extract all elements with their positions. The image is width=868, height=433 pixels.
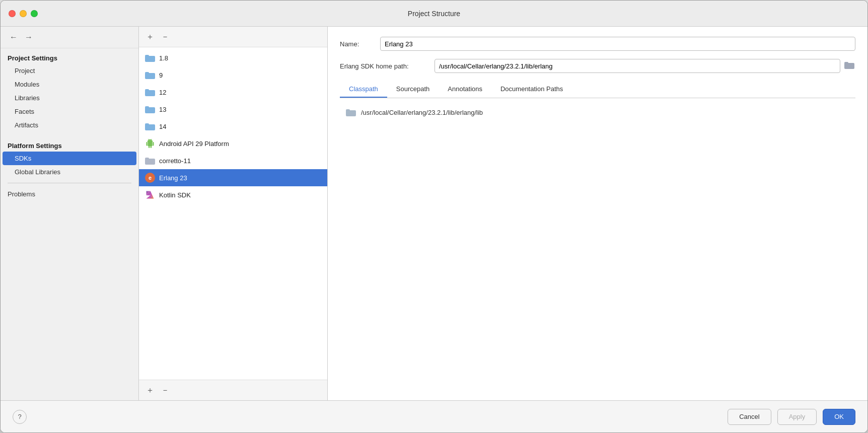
traffic-lights xyxy=(9,10,38,17)
cancel-button[interactable]: Cancel xyxy=(728,409,771,425)
middle-toolbar: ＋ － xyxy=(139,27,327,47)
folder-icon-9 xyxy=(145,70,155,80)
sdk-list: 1.8 9 xyxy=(139,47,327,380)
erlang-icon: e xyxy=(145,173,155,183)
svg-rect-1 xyxy=(145,55,149,57)
browse-button[interactable] xyxy=(843,60,855,73)
back-button[interactable]: ← xyxy=(8,32,20,43)
middle-bottom-toolbar: ＋ － xyxy=(139,380,327,400)
middle-panel: ＋ － 1.8 xyxy=(139,27,328,400)
path-row: Erlang SDK home path: xyxy=(340,59,855,73)
ok-button[interactable]: OK xyxy=(823,409,855,425)
platform-settings-header: Platform Settings xyxy=(1,136,138,152)
folder-icon-14 xyxy=(145,121,155,131)
classpath-entry: /usr/local/Cellar/erlang/23.2.1/lib/erla… xyxy=(340,104,855,120)
sdk-item-kotlin[interactable]: Kotlin SDK xyxy=(139,186,327,203)
minimize-button[interactable] xyxy=(20,10,27,17)
folder-icon-corretto xyxy=(145,156,155,166)
apply-button[interactable]: Apply xyxy=(777,409,817,425)
tab-sourcepath[interactable]: Sourcepath xyxy=(387,81,439,98)
sdk-item-12[interactable]: 12 xyxy=(139,84,327,101)
classpath-folder-icon xyxy=(346,108,356,116)
sdk-item-1-8[interactable]: 1.8 xyxy=(139,49,327,66)
svg-rect-9 xyxy=(145,123,149,125)
sidebar-item-problems[interactable]: Problems xyxy=(1,187,138,201)
bottom-bar: ? Cancel Apply OK xyxy=(1,400,867,432)
forward-button[interactable]: → xyxy=(23,32,35,43)
svg-rect-5 xyxy=(145,89,149,91)
titlebar: Project Structure xyxy=(1,1,867,27)
add-classpath-button[interactable]: ＋ xyxy=(144,384,156,396)
sidebar-item-facets[interactable]: Facets xyxy=(1,105,138,118)
name-label: Name: xyxy=(340,40,380,48)
window-title: Project Structure xyxy=(408,10,460,18)
project-structure-window: Project Structure ← → Project Settings P… xyxy=(0,0,868,433)
path-label: Erlang SDK home path: xyxy=(340,62,430,70)
sdk-item-9[interactable]: 9 xyxy=(139,66,327,84)
maximize-button[interactable] xyxy=(31,10,38,17)
sidebar-item-artifacts[interactable]: Artifacts xyxy=(1,118,138,132)
name-row: Name: xyxy=(340,37,855,51)
sidebar-item-modules[interactable]: Modules xyxy=(1,78,138,91)
folder-icon-12 xyxy=(145,87,155,97)
sidebar-item-project[interactable]: Project xyxy=(1,64,138,78)
help-button[interactable]: ? xyxy=(13,410,27,424)
nav-arrows: ← → xyxy=(1,27,138,48)
svg-rect-11 xyxy=(145,158,149,160)
close-button[interactable] xyxy=(9,10,16,17)
tab-content-classpath: /usr/local/Cellar/erlang/23.2.1/lib/erla… xyxy=(340,98,855,400)
kotlin-icon xyxy=(145,190,155,200)
right-panel: Name: Erlang SDK home path: xyxy=(328,27,867,400)
sidebar-divider xyxy=(8,183,131,183)
folder-icon-1-8 xyxy=(145,53,155,63)
sdk-item-corretto[interactable]: corretto-11 xyxy=(139,152,327,169)
path-input[interactable] xyxy=(435,59,840,73)
main-content: ← → Project Settings Project Modules Lib… xyxy=(1,27,867,400)
folder-icon-13 xyxy=(145,104,155,114)
android-icon xyxy=(145,138,155,149)
tabs-bar: Classpath Sourcepath Annotations Documen… xyxy=(340,81,855,98)
sidebar-item-sdks[interactable]: SDKs xyxy=(3,152,136,165)
remove-classpath-button[interactable]: － xyxy=(159,384,171,396)
right-content: Name: Erlang SDK home path: xyxy=(328,27,867,400)
project-settings-header: Project Settings xyxy=(1,48,138,64)
sidebar-item-global-libraries[interactable]: Global Libraries xyxy=(1,165,138,179)
svg-rect-3 xyxy=(145,72,149,74)
svg-rect-18 xyxy=(346,109,350,111)
svg-rect-7 xyxy=(145,106,149,108)
tab-classpath[interactable]: Classpath xyxy=(340,81,387,98)
svg-rect-16 xyxy=(844,62,848,64)
sidebar: ← → Project Settings Project Modules Lib… xyxy=(1,27,139,400)
sdk-item-14[interactable]: 14 xyxy=(139,118,327,135)
remove-sdk-button[interactable]: － xyxy=(159,31,171,43)
classpath-path-text: /usr/local/Cellar/erlang/23.2.1/lib/erla… xyxy=(361,109,483,116)
sidebar-item-libraries[interactable]: Libraries xyxy=(1,91,138,105)
path-input-wrap xyxy=(435,59,855,73)
tab-documentation-paths[interactable]: Documentation Paths xyxy=(491,81,572,98)
sdk-item-13[interactable]: 13 xyxy=(139,101,327,118)
tab-annotations[interactable]: Annotations xyxy=(439,81,491,98)
sdk-item-android[interactable]: Android API 29 Platform xyxy=(139,135,327,152)
name-input[interactable] xyxy=(380,37,855,51)
sdk-item-erlang[interactable]: e Erlang 23 xyxy=(139,169,327,186)
add-sdk-button[interactable]: ＋ xyxy=(144,31,156,43)
